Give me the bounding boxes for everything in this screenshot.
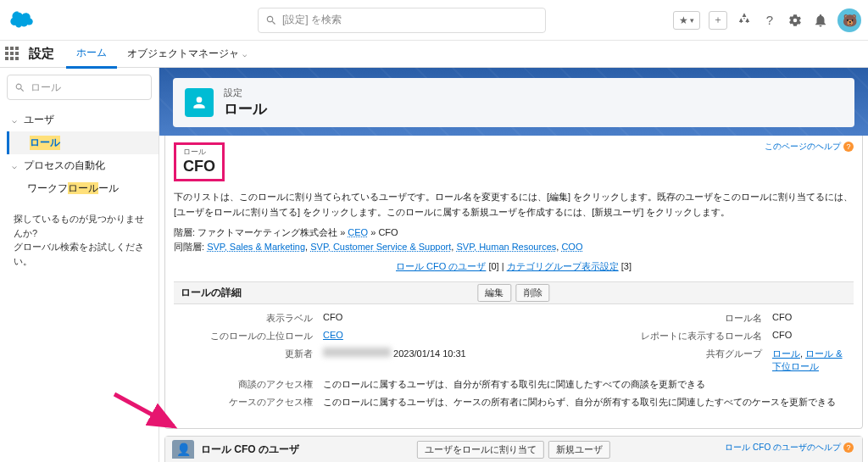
global-search-input[interactable]: [設定] を検索 xyxy=(258,8,546,33)
page-help-link[interactable]: このページのヘルプ? xyxy=(765,141,854,153)
tab-object-manager[interactable]: オブジェクトマネージャ⌵ xyxy=(117,41,257,67)
users-section-title: ロール CFO のユーザ xyxy=(201,443,299,457)
peer-link[interactable]: SVP, Human Resources xyxy=(456,242,556,252)
search-icon xyxy=(14,82,25,93)
catg-anchor-link[interactable]: カテゴリグループ表示設定 xyxy=(507,261,619,271)
salesforce-logo[interactable] xyxy=(7,8,37,31)
sidebar-item-role[interactable]: ロール xyxy=(7,131,159,154)
share-group-role-link[interactable]: ロール xyxy=(772,348,800,359)
user-section-icon: 👤 xyxy=(172,440,194,459)
sidebar-filter-input[interactable]: ロール xyxy=(7,75,152,100)
app-launcher-icon[interactable] xyxy=(5,47,20,62)
add-icon[interactable]: ＋ xyxy=(709,11,727,30)
peer-link[interactable]: SVP, Sales & Marketing xyxy=(207,242,305,252)
sidebar-item-workflow[interactable]: ワークフロールール xyxy=(7,177,159,200)
setup-gear-icon[interactable] xyxy=(787,12,804,29)
users-help-link[interactable]: ロール CFO のユーザのヘルプ? xyxy=(725,442,854,454)
new-user-button[interactable]: 新規ユーザ xyxy=(548,441,610,459)
search-icon xyxy=(265,14,277,26)
hierarchy-ceo-link[interactable]: CEO xyxy=(348,227,368,237)
sidebar-group-process[interactable]: プロセスの自動化 xyxy=(7,154,159,177)
setup-title: 設定 xyxy=(29,46,54,62)
users-anchor-link[interactable]: ロール CFO のユーザ xyxy=(396,261,486,271)
sidebar-note: 探しているものが見つかりませんか? グローバル検索をお試しください。 xyxy=(7,212,159,268)
page-eyebrow: 設定 xyxy=(224,86,267,99)
help-icon[interactable]: ? xyxy=(761,12,778,29)
favorites-button[interactable]: ★▾ xyxy=(673,11,700,30)
assign-user-button[interactable]: ユーザをロールに割り当て xyxy=(417,441,544,459)
chevron-down-icon: ⌵ xyxy=(242,50,247,58)
user-avatar[interactable]: 🐻 xyxy=(837,8,861,32)
hierarchy-icon[interactable] xyxy=(736,12,753,29)
role-page-icon xyxy=(185,88,214,117)
peer-link[interactable]: COO xyxy=(561,242,582,252)
updater-redacted xyxy=(323,348,391,357)
edit-button[interactable]: 編集 xyxy=(477,284,511,302)
parent-role-link[interactable]: CEO xyxy=(323,330,343,340)
search-placeholder: [設定] を検索 xyxy=(282,13,342,27)
detail-section-title: ロールの詳細 xyxy=(181,286,242,300)
delete-button[interactable]: 削除 xyxy=(516,284,550,302)
role-title-highlight: ロール CFO xyxy=(174,142,225,181)
peer-link[interactable]: SVP, Customer Service & Support xyxy=(310,242,451,252)
sidebar-group-user[interactable]: ユーザ xyxy=(7,109,159,131)
role-description: 下のリストは、このロールに割り当てられているユーザです。ロール名を変更するには、… xyxy=(174,190,854,220)
role-detail-table: 表示ラベルCFO ロール名CFO このロールの上位ロールCEO レポートに表示す… xyxy=(174,309,854,411)
anchor-links: ロール CFO のユーザ [0] | カテゴリグループ表示設定 [3] xyxy=(174,260,854,273)
notifications-icon[interactable] xyxy=(812,12,829,29)
tab-home[interactable]: ホーム xyxy=(66,40,117,69)
peers-list: 同階層: SVP, Sales & Marketing, SVP, Custom… xyxy=(174,241,854,253)
page-title: ロール xyxy=(224,99,267,119)
hierarchy-breadcrumb: 階層: ファクトマーケティング株式会社 » CEO » CFO xyxy=(174,226,854,239)
